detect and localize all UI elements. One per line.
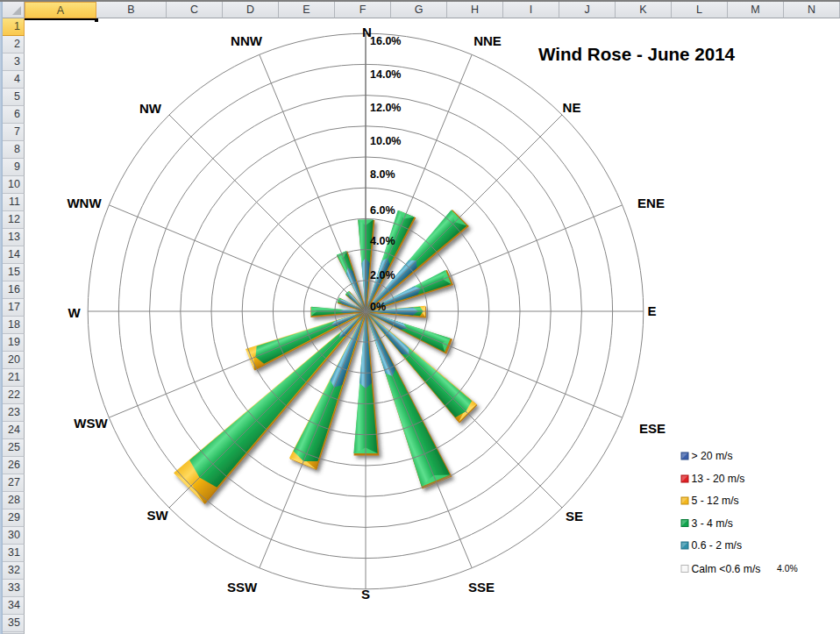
svg-text:13 - 20 m/s: 13 - 20 m/s (692, 473, 745, 485)
svg-text:WSW: WSW (74, 416, 108, 431)
svg-text:16.0%: 16.0% (370, 35, 401, 47)
svg-text:Wind Rose - June 2014: Wind Rose - June 2014 (538, 44, 736, 64)
svg-text:SW: SW (146, 508, 168, 523)
svg-text:SSW: SSW (227, 580, 258, 595)
svg-text:NNW: NNW (231, 33, 263, 48)
svg-text:2.0%: 2.0% (370, 269, 395, 281)
svg-text:NE: NE (563, 100, 581, 115)
svg-text:5 - 12 m/s: 5 - 12 m/s (692, 495, 739, 507)
svg-text:0.6 - 2 m/s: 0.6 - 2 m/s (692, 539, 743, 552)
svg-text:ENE: ENE (637, 196, 665, 210)
svg-text:SE: SE (566, 509, 583, 524)
svg-text:WNW: WNW (67, 196, 102, 210)
svg-text:> 20 m/s: > 20 m/s (692, 450, 733, 462)
svg-text:12.0%: 12.0% (370, 102, 401, 114)
svg-text:NW: NW (139, 101, 162, 116)
svg-text:W: W (68, 305, 81, 320)
svg-text:SSE: SSE (468, 580, 495, 595)
svg-text:N: N (362, 25, 372, 39)
svg-text:8.0%: 8.0% (370, 168, 395, 181)
svg-text:14.0%: 14.0% (370, 68, 401, 81)
svg-text:Calm <0.6 m/s: Calm <0.6 m/s (692, 563, 761, 575)
svg-text:4.0%: 4.0% (777, 564, 798, 573)
svg-text:NNE: NNE (473, 33, 502, 48)
svg-text:E: E (647, 303, 656, 318)
svg-text:ESE: ESE (639, 421, 666, 436)
svg-text:4.0%: 4.0% (370, 235, 395, 247)
svg-text:6.0%: 6.0% (370, 204, 395, 217)
svg-text:0%: 0% (370, 301, 386, 313)
svg-text:3 - 4 m/s: 3 - 4 m/s (692, 517, 733, 530)
svg-text:10.0%: 10.0% (370, 135, 401, 147)
svg-text:S: S (361, 587, 370, 602)
